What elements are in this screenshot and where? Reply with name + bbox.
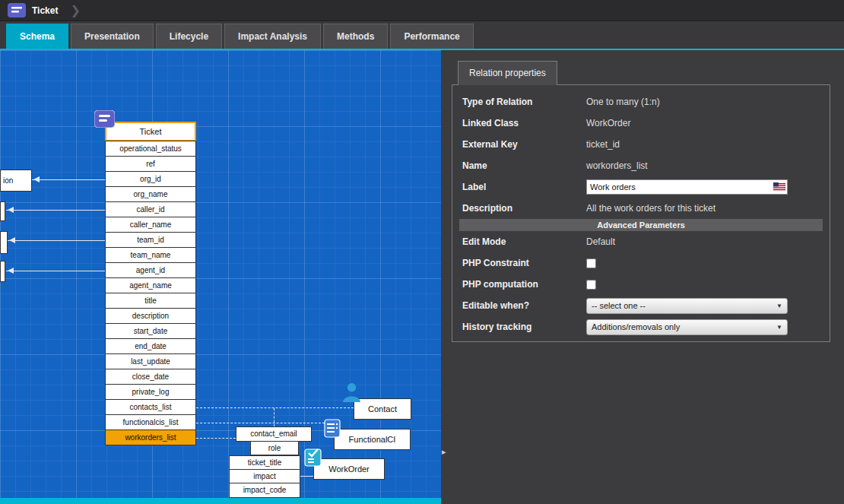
entity-field-private_log[interactable]: private_log — [105, 384, 196, 400]
advanced-parameters-header[interactable]: Advanced Parameters — [459, 219, 823, 231]
entity-field-caller_id[interactable]: caller_id — [105, 201, 196, 217]
relation-line — [196, 407, 354, 408]
schema-diagram-canvas[interactable]: ion Ticket operational_statusreforg_idor… — [0, 50, 441, 504]
relation-properties-form: Type of Relation One to many (1:n) Linke… — [452, 84, 830, 342]
entity-functionalci[interactable]: FunctionalCI — [334, 429, 411, 450]
entity-field-team_id[interactable]: team_id — [105, 232, 196, 248]
entity-field-start_date[interactable]: start_date — [105, 323, 196, 339]
entity-workorder[interactable]: WorkOrder — [313, 458, 385, 480]
attribute-box-impact[interactable]: impact — [229, 469, 300, 483]
entity-field-caller_name[interactable]: caller_name — [105, 217, 196, 233]
php-computation-label: PHP computation — [462, 279, 586, 290]
entity-field-end_date[interactable]: end_date — [105, 338, 196, 354]
relation-line — [6, 271, 105, 271]
relation-arrowhead-icon — [8, 207, 14, 213]
relation-line — [196, 423, 325, 423]
tab-lifecycle[interactable]: Lifecycle — [156, 24, 222, 49]
entity-ticket[interactable]: Ticket operational_statusreforg_idorg_na… — [105, 122, 196, 445]
row-type-of-relation: Type of Relation One to many (1:n) — [452, 91, 830, 113]
tab-performance[interactable]: Performance — [390, 24, 473, 49]
row-description: Description All the work orders for this… — [452, 198, 830, 219]
entity-field-agent_name[interactable]: agent_name — [105, 277, 196, 293]
php-constraint-label: PHP Constraint — [462, 258, 586, 268]
attribute-box-impact-code[interactable]: impact_code — [229, 483, 300, 498]
related-class-partial-box[interactable]: ion — [0, 170, 32, 192]
tab-methods[interactable]: Methods — [323, 24, 388, 49]
attribute-box-ticket-title[interactable]: ticket_title — [229, 455, 300, 470]
php-computation-checkbox[interactable] — [586, 280, 596, 290]
relation-line — [8, 240, 105, 241]
row-linked-class: Linked Class WorkOrder — [452, 113, 830, 134]
relation-line — [274, 408, 274, 426]
linked-class-label: Linked Class — [462, 118, 586, 128]
entity-field-list: operational_statusreforg_idorg_namecalle… — [105, 141, 196, 445]
tab-impact-analysis[interactable]: Impact Analysis — [224, 24, 321, 49]
edit-mode-label: Edit Mode — [462, 236, 586, 247]
breadcrumb-chevron-icon: ❯ — [70, 3, 80, 17]
editable-when-selected-value: -- select one -- — [592, 301, 646, 310]
editable-when-label: Editable when? — [462, 300, 586, 311]
related-class-partial-box[interactable] — [0, 231, 8, 254]
top-bar: Ticket ❯ — [0, 0, 844, 21]
relation-line — [6, 210, 105, 211]
entity-field-last_update[interactable]: last_update — [105, 353, 196, 369]
panel-title: Relation properties — [458, 61, 557, 85]
entity-title[interactable]: Ticket — [105, 122, 196, 141]
attribute-box-role[interactable]: role — [250, 441, 299, 455]
entity-field-functionalcis_list[interactable]: functionalcis_list — [105, 414, 196, 430]
entity-field-ref[interactable]: ref — [105, 156, 196, 172]
relation-arrowhead-icon — [9, 237, 15, 243]
row-php-computation: PHP computation — [452, 274, 830, 295]
name-value: workorders_list — [586, 160, 648, 171]
attribute-box-contact-email[interactable]: contact_email — [236, 426, 312, 442]
relation-arrowhead-icon — [8, 268, 14, 274]
entity-field-operational_status[interactable]: operational_status — [105, 141, 196, 157]
edit-mode-value: Default — [586, 236, 615, 247]
locale-flag-icon — [773, 182, 785, 191]
related-class-partial-box[interactable] — [0, 201, 5, 221]
entity-field-description[interactable]: description — [105, 308, 196, 324]
chevron-down-icon: ▼ — [776, 324, 782, 331]
linked-class-value: WorkOrder — [586, 118, 630, 128]
external-key-value: ticket_id — [586, 139, 620, 150]
tab-schema[interactable]: Schema — [6, 24, 68, 49]
entity-field-org_name[interactable]: org_name — [105, 186, 196, 202]
workorder-checklist-icon — [304, 447, 322, 468]
tab-presentation[interactable]: Presentation — [71, 24, 154, 49]
relation-arrowhead-icon — [33, 176, 40, 182]
type-of-relation-label: Type of Relation — [462, 97, 586, 107]
diagram-bottom-scrollbar[interactable] — [0, 498, 441, 504]
entity-contact[interactable]: Contact — [354, 398, 411, 420]
entity-field-contacts_list[interactable]: contacts_list — [105, 399, 196, 415]
label-input-wrap — [586, 179, 788, 195]
row-external-key: External Key ticket_id — [452, 134, 830, 155]
type-of-relation-value: One to many (1:n) — [586, 97, 660, 107]
class-icon — [8, 3, 26, 17]
name-label: Name — [462, 160, 586, 171]
row-name: Name workorders_list — [452, 155, 830, 176]
row-php-constraint: PHP Constraint — [452, 252, 830, 274]
row-label: Label — [452, 176, 830, 198]
entity-field-close_date[interactable]: close_date — [105, 369, 196, 385]
main-content: ion Ticket operational_statusreforg_idor… — [0, 50, 844, 504]
functionalci-icon — [324, 418, 341, 439]
panel-expand-arrow[interactable]: ▸ — [442, 447, 446, 457]
php-constraint-checkbox[interactable] — [586, 258, 596, 268]
entity-field-workorders_list[interactable]: workorders_list — [105, 430, 196, 445]
window-title: Ticket — [32, 5, 58, 16]
related-class-partial-box[interactable] — [0, 261, 5, 282]
label-label: Label — [462, 182, 586, 192]
history-tracking-select[interactable]: Additions/removals only ▼ — [586, 319, 788, 335]
entity-field-title[interactable]: title — [105, 293, 196, 309]
entity-field-agent_id[interactable]: agent_id — [105, 262, 196, 278]
editable-when-select[interactable]: -- select one -- ▼ — [586, 298, 788, 314]
tab-bar: SchemaPresentationLifecycleImpact Analys… — [0, 21, 844, 50]
description-value: All the work orders for this ticket — [586, 203, 715, 214]
label-input[interactable] — [586, 179, 788, 195]
chevron-down-icon: ▼ — [776, 303, 782, 309]
entity-field-org_id[interactable]: org_id — [105, 171, 196, 187]
relation-line — [300, 476, 313, 477]
entity-field-team_name[interactable]: team_name — [105, 247, 196, 263]
row-editable-when: Editable when? -- select one -- ▼ — [452, 295, 830, 316]
contact-person-icon — [341, 382, 362, 402]
